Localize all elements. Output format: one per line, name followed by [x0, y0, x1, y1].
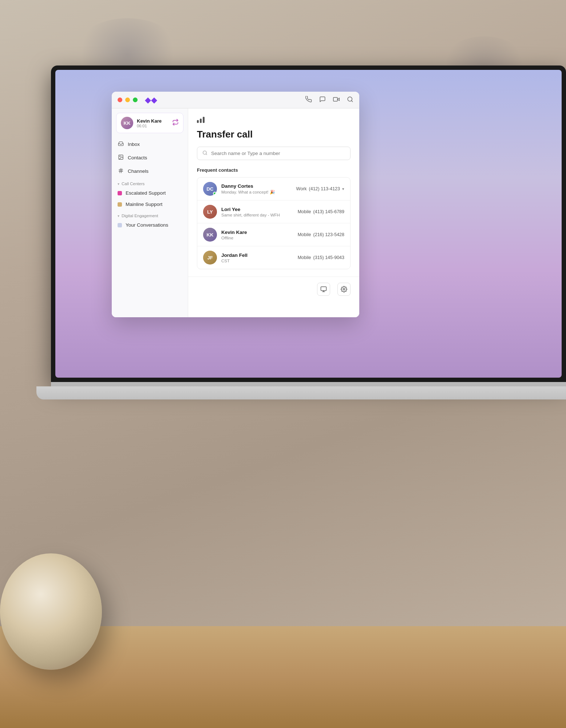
contact-row-danny[interactable]: DC Danny Cortes Monday. What a concept! …	[197, 178, 350, 200]
online-indicator-danny	[213, 192, 217, 195]
sidebar-item-your-conversations[interactable]: Your Conversations	[112, 219, 188, 231]
sidebar: KK Kevin Kare 06:01	[112, 108, 188, 317]
svg-point-5	[120, 156, 120, 157]
main-panel: Transfer call	[188, 108, 359, 317]
svg-marker-0	[337, 98, 339, 101]
contact-status-jordan: CST	[221, 259, 293, 263]
contact-info-jordan: Jordan Fell CST	[221, 252, 293, 263]
call-centers-label: Call Centers	[122, 182, 145, 186]
contact-info-lori: Lori Yee Same shirt, different day - WFH	[221, 207, 293, 217]
svg-rect-1	[333, 97, 337, 101]
contacts-icon	[118, 154, 124, 161]
contact-phone-jordan[interactable]: Mobile (315) 145-9043	[298, 255, 344, 260]
transfer-section: Transfer call	[188, 123, 359, 269]
screen-share-button[interactable]	[317, 283, 330, 296]
inbox-icon	[118, 141, 124, 148]
mainline-support-label: Mainline Support	[126, 202, 162, 207]
svg-line-9	[121, 168, 122, 173]
caller-name: Kevin Kare	[137, 118, 169, 124]
maximize-button[interactable]	[133, 98, 138, 102]
digital-engagement-section-header: ▾ Digital Engagement	[112, 210, 188, 219]
settings-button[interactable]	[337, 283, 351, 296]
sidebar-item-escalated-support[interactable]: Escalated Support	[112, 187, 188, 199]
contact-row-lori[interactable]: LY Lori Yee Same shirt, different day - …	[197, 200, 350, 223]
phone-type-danny: Work	[296, 186, 307, 191]
contact-phone-danny[interactable]: Work (412) 113-4123 ▾	[296, 186, 344, 191]
transfer-call-title: Transfer call	[197, 129, 351, 140]
contact-phone-kevin[interactable]: Mobile (216) 123-5428	[298, 232, 344, 237]
bottom-toolbar	[188, 277, 359, 302]
phone-number-lori: (413) 145-6789	[313, 209, 344, 214]
app-window: ◆◆	[112, 92, 359, 317]
sidebar-item-contacts[interactable]: Contacts	[112, 151, 188, 164]
contact-name-danny: Danny Cortes	[221, 183, 292, 189]
chat-icon[interactable]	[319, 96, 326, 104]
contact-row-kevin[interactable]: KK Kevin Kare Offline Mobile (216) 123-5…	[197, 223, 350, 246]
svg-line-3	[351, 100, 352, 102]
title-bar: ◆◆	[112, 92, 359, 108]
contact-name-jordan: Jordan Fell	[221, 252, 293, 258]
chevron-icon-danny[interactable]: ▾	[342, 187, 344, 191]
escalated-dot	[118, 191, 122, 195]
phone-icon[interactable]	[305, 96, 312, 104]
contact-phone-lori[interactable]: Mobile (413) 145-6789	[298, 209, 344, 214]
contact-name-kevin: Kevin Kare	[221, 230, 293, 235]
contact-status-danny: Monday. What a concept! 🎉	[221, 190, 292, 195]
signal-bar-3	[203, 117, 205, 123]
search-icon[interactable]	[347, 96, 353, 104]
contacts-label: Contacts	[128, 155, 147, 160]
search-input[interactable]	[211, 151, 345, 156]
inbox-label: Inbox	[128, 142, 140, 147]
sidebar-item-inbox[interactable]: Inbox	[112, 138, 188, 151]
search-box[interactable]	[197, 147, 351, 160]
phone-type-jordan: Mobile	[298, 255, 311, 260]
phone-number-jordan: (315) 145-9043	[313, 255, 344, 260]
phone-number-danny: (412) 113-4123	[309, 186, 340, 191]
contact-list: DC Danny Cortes Monday. What a concept! …	[197, 177, 351, 269]
mainline-dot	[118, 202, 122, 207]
your-conversations-label: Your Conversations	[126, 222, 168, 228]
video-icon[interactable]	[333, 96, 340, 104]
chevron-down-icon-2: ▾	[118, 214, 119, 218]
sidebar-item-mainline-support[interactable]: Mainline Support	[112, 199, 188, 210]
frequent-contacts-header: Frequent contacts	[197, 167, 351, 173]
avatar-lori: LY	[203, 205, 217, 219]
contact-status-kevin: Offline	[221, 236, 293, 240]
close-button[interactable]	[118, 98, 122, 102]
channels-label: Channels	[128, 168, 149, 174]
phone-number-kevin: (216) 123-5428	[313, 232, 344, 237]
call-timer: 06:01	[137, 124, 169, 128]
signal-bar-2	[200, 119, 202, 123]
digital-engagement-label: Digital Engagement	[122, 214, 158, 218]
svg-line-8	[120, 168, 120, 173]
call-info: Kevin Kare 06:01	[137, 118, 169, 128]
window-controls	[118, 98, 138, 102]
contact-info-kevin: Kevin Kare Offline	[221, 230, 293, 240]
title-bar-icons	[305, 96, 353, 104]
avatar-danny: DC	[203, 182, 217, 196]
minimize-button[interactable]	[125, 98, 130, 102]
svg-rect-12	[321, 287, 326, 291]
avatar-jordan: JF	[203, 251, 217, 264]
sidebar-item-channels[interactable]: Channels	[112, 164, 188, 178]
laptop-base	[36, 386, 566, 399]
contact-name-lori: Lori Yee	[221, 207, 293, 212]
search-box-icon	[202, 150, 207, 156]
app-main: KK Kevin Kare 06:01	[112, 108, 359, 317]
screen-bezel: ◆◆	[51, 65, 566, 382]
laptop: ◆◆	[51, 65, 566, 655]
contact-row-jordan[interactable]: JF Jordan Fell CST Mobile (315) 145-9043	[197, 246, 350, 269]
call-centers-section-header: ▾ Call Centers	[112, 178, 188, 187]
transfer-icon[interactable]	[172, 119, 179, 127]
chevron-down-icon: ▾	[118, 182, 119, 186]
app-logo: ◆◆	[145, 95, 157, 105]
contact-info-danny: Danny Cortes Monday. What a concept! 🎉	[221, 183, 292, 195]
active-call-card[interactable]: KK Kevin Kare 06:01	[116, 113, 183, 133]
escalated-support-label: Escalated Support	[126, 190, 166, 196]
contact-status-lori: Same shirt, different day - WFH	[221, 213, 293, 217]
conversations-dot	[118, 223, 122, 227]
screen-background: ◆◆	[55, 70, 562, 378]
phone-type-lori: Mobile	[298, 209, 311, 214]
phone-type-kevin: Mobile	[298, 232, 311, 237]
signal-bar-1	[197, 120, 199, 123]
